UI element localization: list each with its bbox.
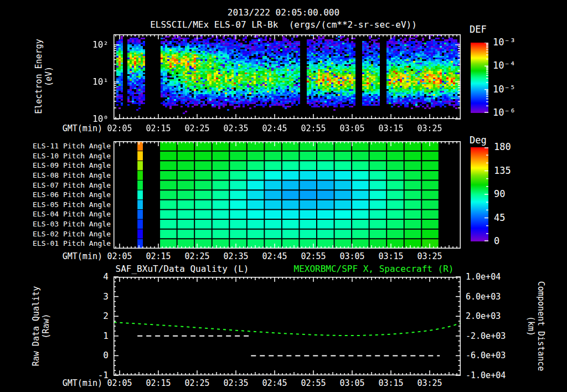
plot-shape bbox=[159, 219, 177, 229]
plot-shape bbox=[421, 190, 439, 200]
plot-shape bbox=[247, 239, 265, 249]
plot-shape bbox=[421, 239, 439, 249]
quality-y-tick-label: 4 bbox=[83, 272, 109, 282]
x-tick-label: 02:35 bbox=[222, 252, 250, 261]
x-tick-label: 02:45 bbox=[261, 252, 288, 261]
plot-shape bbox=[299, 180, 317, 190]
plot-shape bbox=[369, 151, 387, 161]
x-tick-label: 03:15 bbox=[377, 252, 405, 261]
plot-shape bbox=[159, 180, 177, 190]
pitch-row-label: ELS-06 Pitch Angle bbox=[30, 191, 111, 199]
quality-y-tick-label: 2 bbox=[83, 311, 109, 321]
plot-shape bbox=[386, 171, 404, 180]
def-colorbar-label: 10⁻³ bbox=[493, 37, 537, 48]
plot-shape bbox=[369, 190, 387, 200]
plot-shape bbox=[282, 219, 300, 229]
plot-shape bbox=[317, 239, 334, 249]
pitch-row-label: ELS-11 Pitch Angle bbox=[30, 142, 111, 150]
plot-shape bbox=[317, 200, 334, 210]
plot-shape bbox=[212, 190, 230, 200]
plot-shape bbox=[159, 151, 177, 161]
plot-shape bbox=[247, 200, 265, 210]
spectrogram-y-axis-title: Electron Energy (eV) bbox=[34, 16, 54, 137]
plot-shape bbox=[247, 219, 265, 229]
quality-y-axis-title-line1: Raw Data Quality bbox=[31, 265, 41, 387]
plot-shape bbox=[159, 209, 177, 219]
def-colorbar-ticks bbox=[471, 43, 488, 113]
distance-y-tick-label: -1.0e+04 bbox=[466, 371, 516, 380]
plot-shape bbox=[369, 180, 387, 190]
plot-shape bbox=[282, 239, 300, 249]
plot-shape bbox=[159, 171, 177, 180]
x-tick-label: 03:15 bbox=[377, 124, 405, 133]
plot-shape bbox=[137, 190, 143, 200]
plot-shape bbox=[247, 161, 265, 171]
pitch-row-label: ELS-05 Pitch Angle bbox=[30, 201, 111, 209]
x-tick-label: 02:35 bbox=[222, 124, 250, 133]
x-tick-label: 02:55 bbox=[300, 252, 327, 261]
plot-shape bbox=[299, 190, 317, 200]
plot-shape bbox=[421, 141, 439, 151]
plot-shape bbox=[177, 229, 195, 239]
plot-shape bbox=[194, 161, 212, 171]
deg-colorbar-title: Deg bbox=[470, 135, 487, 146]
plot-shape bbox=[247, 151, 265, 161]
plot-shape bbox=[194, 209, 212, 219]
plot-shape bbox=[282, 209, 300, 219]
x-tick-label: 03:05 bbox=[338, 379, 366, 388]
def-colorbar-label: 10⁻⁴ bbox=[493, 60, 537, 71]
plot-shape bbox=[282, 190, 300, 200]
plot-shape bbox=[352, 239, 369, 249]
spacecraft-x-curve bbox=[114, 322, 461, 336]
plot-shape bbox=[404, 229, 422, 239]
plot-shape bbox=[421, 171, 439, 180]
plot-shape bbox=[177, 161, 195, 171]
distance-y-axis-title: Component Distance (km) bbox=[526, 265, 546, 387]
plot-shape bbox=[317, 151, 334, 161]
plot-shape bbox=[177, 200, 195, 210]
plot-shape bbox=[352, 200, 369, 210]
spectrogram-axes bbox=[114, 34, 461, 119]
pitch-row-label: ELS-04 Pitch Angle bbox=[30, 210, 111, 218]
plot-shape bbox=[299, 161, 317, 171]
plot-shape bbox=[137, 209, 143, 219]
x-tick-label: 03:25 bbox=[416, 252, 444, 261]
x-tick-label: 02:15 bbox=[145, 252, 172, 261]
pitch-row-label: ELS-07 Pitch Angle bbox=[30, 182, 111, 189]
plot-shape bbox=[114, 277, 461, 375]
plot-shape bbox=[404, 161, 422, 171]
plot-shape bbox=[299, 151, 317, 161]
plot-shape bbox=[159, 200, 177, 210]
plot-shape bbox=[404, 190, 422, 200]
plot-shape bbox=[194, 219, 212, 229]
pitch-row-label: ELS-09 Pitch Angle bbox=[30, 162, 111, 169]
x-tick-label: 03:25 bbox=[416, 124, 444, 133]
els-spectrogram-page: { "header": { "title": "2013/222 02:05:0… bbox=[0, 0, 567, 392]
x-tick-label: 02:05 bbox=[106, 124, 133, 133]
plot-shape bbox=[334, 180, 352, 190]
plot-shape bbox=[386, 239, 404, 249]
plot-shape bbox=[194, 200, 212, 210]
plot-shape bbox=[177, 209, 195, 219]
plot-shape bbox=[386, 229, 404, 239]
quality-y-tick-label: 3 bbox=[83, 292, 109, 302]
plot-shape bbox=[404, 209, 422, 219]
x-tick-label: 03:05 bbox=[338, 252, 366, 261]
x-tick-label: 02:35 bbox=[222, 379, 250, 388]
x-tick-label: 02:55 bbox=[300, 379, 327, 388]
x-tick-label: 02:45 bbox=[261, 379, 288, 388]
distance-y-tick-label: 1.0e+04 bbox=[466, 272, 516, 282]
plot-shape bbox=[212, 141, 230, 151]
plot-shape bbox=[421, 161, 439, 171]
plot-shape bbox=[212, 229, 230, 239]
plot-shape bbox=[421, 200, 439, 210]
plot-shape bbox=[317, 171, 334, 180]
plot-shape bbox=[352, 180, 369, 190]
gmt-axis-label: GMT(min) bbox=[61, 252, 102, 261]
plot-shape bbox=[334, 171, 352, 180]
pitch-row-label: ELS-03 Pitch Angle bbox=[30, 220, 111, 228]
deg-colorbar-label: 90 bbox=[494, 189, 527, 199]
plot-shape bbox=[177, 180, 195, 190]
plot-shape bbox=[264, 190, 282, 200]
plot-shape bbox=[247, 180, 265, 190]
